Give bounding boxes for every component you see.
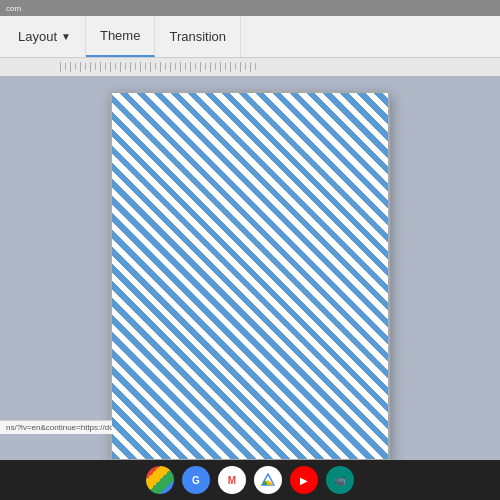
slide[interactable]: 8.EE.5 Compare the following graph and t… xyxy=(110,91,390,461)
ruler-tick: | xyxy=(170,62,180,72)
transition-label: Transition xyxy=(169,29,226,44)
chrome-icon[interactable] xyxy=(146,466,174,494)
formula-line3: and t = time (minutes) xyxy=(183,270,261,280)
svg-text:Time (minutes): Time (minutes) xyxy=(241,235,274,240)
ruler-tick: | xyxy=(150,62,160,72)
svg-text:5: 5 xyxy=(294,227,297,233)
drive-icon[interactable] xyxy=(254,466,282,494)
ruler-tick: | xyxy=(70,62,80,72)
ruler-tick: | xyxy=(180,62,190,72)
ruler-tick: | xyxy=(120,62,130,72)
answer-placeholder: Type answer here. Make sure to explain y… xyxy=(167,299,333,306)
ruler-tick: | xyxy=(140,62,150,72)
svg-text:1: 1 xyxy=(214,227,217,233)
status-bar: com xyxy=(0,0,500,16)
ruler-tick: | xyxy=(210,62,220,72)
svg-text:4: 4 xyxy=(274,227,277,233)
layout-arrow-icon: ▼ xyxy=(61,31,71,42)
graph-area: 2 4 6 8 10 12 1 2 3 4 5 6 Time (minutes)… xyxy=(132,150,368,240)
svg-text:6: 6 xyxy=(187,193,190,199)
ruler-tick: | xyxy=(250,62,260,72)
ruler-tick: | xyxy=(60,62,70,72)
svg-text:10: 10 xyxy=(184,173,190,179)
theme-button[interactable]: Theme xyxy=(86,16,155,57)
formula-line2: Where d = distance (miles) xyxy=(183,260,261,270)
slide-question: Compare the following graph and table to… xyxy=(132,124,368,144)
ruler: | | | | | | | | | | | | | | | | | | | | xyxy=(0,58,500,76)
svg-text:6: 6 xyxy=(314,227,317,233)
svg-text:3: 3 xyxy=(254,227,257,233)
youtube-icon[interactable]: ▶ xyxy=(290,466,318,494)
answer-box[interactable]: Type answer here. Make sure to explain y… xyxy=(132,291,368,327)
svg-text:8: 8 xyxy=(187,183,190,189)
ruler-tick: | xyxy=(190,62,200,72)
ruler-tick: | xyxy=(80,62,90,72)
main-area: | | | | | | | | | | | | | | | | | | | | … xyxy=(0,58,500,476)
ruler-tick: | xyxy=(110,62,120,72)
meet-icon[interactable]: 📹 xyxy=(326,466,354,494)
theme-label: Theme xyxy=(100,28,140,43)
formula-box: d = 12t Where d = distance (miles) and t… xyxy=(177,246,267,285)
ruler-tick: | xyxy=(160,62,170,72)
ruler-tick: | xyxy=(200,62,210,72)
airplane-icon: ✈️ xyxy=(132,250,169,280)
taskbar: G M ▶ 📹 xyxy=(0,460,500,500)
layout-label: Layout xyxy=(18,29,57,44)
status-text: com xyxy=(6,4,21,13)
gmail-icon[interactable]: M xyxy=(218,466,246,494)
svg-text:2: 2 xyxy=(187,213,190,219)
svg-text:12: 12 xyxy=(184,163,190,169)
ruler-tick: | xyxy=(230,62,240,72)
svg-text:Distance (miles): Distance (miles) xyxy=(172,176,178,212)
svg-text:4: 4 xyxy=(187,203,190,209)
graph-svg: 2 4 6 8 10 12 1 2 3 4 5 6 Time (minutes)… xyxy=(132,150,368,240)
docs-icon[interactable]: G xyxy=(182,466,210,494)
toolbar: Layout ▼ Theme Transition xyxy=(0,16,500,58)
slide-inner: 8.EE.5 Compare the following graph and t… xyxy=(124,105,376,447)
ruler-tick: | xyxy=(130,62,140,72)
airplane-row: ✈️ d = 12t Where d = distance (miles) an… xyxy=(132,246,368,285)
ruler-tick: | xyxy=(90,62,100,72)
ruler-tick: | xyxy=(220,62,230,72)
svg-text:2: 2 xyxy=(234,227,237,233)
slide-title: 8.EE.5 xyxy=(132,111,368,121)
layout-button[interactable]: Layout ▼ xyxy=(4,16,86,57)
ruler-tick: | xyxy=(240,62,250,72)
transition-button[interactable]: Transition xyxy=(155,16,241,57)
formula-line1: d = 12t xyxy=(183,250,261,260)
ruler-tick: | xyxy=(100,62,110,72)
